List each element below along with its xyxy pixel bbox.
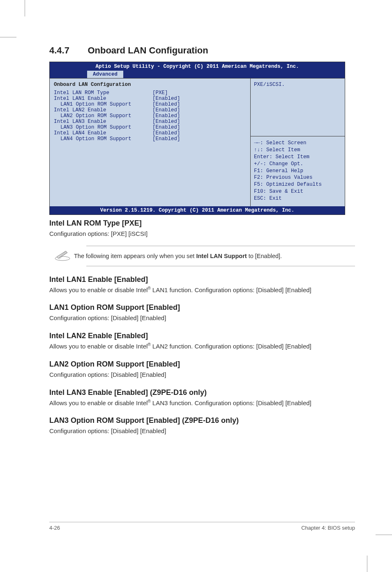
para-lan1-oprom: Configuration options: [Disabled] [Enabl… xyxy=(49,314,355,323)
bios-setting-row: LAN1 Option ROM Support[Enabled] xyxy=(54,101,246,107)
para-lan1-enable: Allows you to enable or disable Intel® L… xyxy=(49,286,355,295)
bios-key-legend: →←: Select Screen↑↓: Select ItemEnter: S… xyxy=(251,136,345,206)
bios-setting-value: [PXE] xyxy=(152,90,168,96)
section-title: Onboard LAN Configuration xyxy=(88,45,208,56)
heading-lan3-oprom: LAN3 Option ROM Support [Enabled] (Z9PE-… xyxy=(49,416,355,425)
bios-setting-row: LAN3 Option ROM Support[Enabled] xyxy=(54,125,246,130)
bios-setting-value: [Enabled] xyxy=(152,107,180,113)
para-lan2-enable: Allows you to enable or disable Intel® L… xyxy=(49,342,355,351)
bios-setting-row: Intel LAN1 Enable[Enabled] xyxy=(54,96,246,101)
para-lan-rom-type: Configuration options: [PXE] [iSCSI] xyxy=(49,229,355,238)
bios-left-pane: Onboard LAN Configuration Intel LAN ROM … xyxy=(50,78,250,206)
bios-setting-value: [Enabled] xyxy=(152,96,180,101)
note-text-b: to [Enabled]. xyxy=(247,253,282,259)
bios-key-line: →←: Select Screen xyxy=(254,140,341,147)
bios-setting-value: [Enabled] xyxy=(152,125,180,130)
note-text: The following item appears only when you… xyxy=(74,253,355,259)
bios-footer: Version 2.15.1219. Copyright (C) 2011 Am… xyxy=(50,206,345,214)
note-bold: Intel LAN Support xyxy=(196,253,247,259)
bios-setting-label: Intel LAN2 Enable xyxy=(54,107,152,113)
bios-key-line: F1: General Help xyxy=(254,168,341,175)
bios-setting-label: LAN3 Option ROM Support xyxy=(54,125,152,130)
bios-setting-label: LAN4 Option ROM Support xyxy=(54,136,152,142)
heading-lan-rom-type: Intel LAN ROM Type [PXE] xyxy=(49,219,355,228)
svg-line-2 xyxy=(58,251,66,258)
bios-setting-label: LAN2 Option ROM Support xyxy=(54,113,152,119)
bios-setting-label: Intel LAN4 Enable xyxy=(54,130,152,136)
crop-mark xyxy=(376,535,392,535)
bios-key-line: F5: Optimized Defaults xyxy=(254,181,341,188)
crop-mark xyxy=(25,0,25,16)
heading-lan2-enable: Intel LAN2 Enable [Enabled] xyxy=(49,332,355,340)
bios-key-line: ↑↓: Select Item xyxy=(254,147,341,154)
bios-key-line: ESC: Exit xyxy=(254,195,341,202)
page-number: 4-26 xyxy=(49,525,60,531)
bios-setting-row: LAN2 Option ROM Support[Enabled] xyxy=(54,113,246,119)
page-footer: 4-26 Chapter 4: BIOS setup xyxy=(49,522,355,531)
bios-setting-row: Intel LAN3 Enable[Enabled] xyxy=(54,119,246,125)
bios-setting-value: [Enabled] xyxy=(152,136,180,142)
bios-setting-row: Intel LAN ROM Type[PXE] xyxy=(54,90,246,96)
chapter-label: Chapter 4: BIOS setup xyxy=(301,525,355,531)
para-lan3-oprom: Configuration options: [Disabled] [Enabl… xyxy=(49,427,355,436)
heading-lan1-enable: Intel LAN1 Enable [Enabled] xyxy=(49,275,355,284)
section-number: 4.4.7 xyxy=(49,45,69,56)
pencil-icon xyxy=(49,249,74,263)
bios-titlebar: Aptio Setup Utility - Copyright (C) 2011… xyxy=(50,62,345,78)
para-lan3-enable: Allows you to enable or disable Intel® L… xyxy=(49,399,355,408)
section-header: 4.4.7 Onboard LAN Configuration xyxy=(49,45,355,56)
heading-lan1-oprom: LAN1 Option ROM Support [Enabled] xyxy=(49,303,355,312)
bios-setting-value: [Enabled] xyxy=(152,119,180,125)
bios-right-pane: PXE/iSCSI. →←: Select Screen↑↓: Select I… xyxy=(250,78,345,206)
bios-setting-row: Intel LAN2 Enable[Enabled] xyxy=(54,107,246,113)
bios-setting-value: [Enabled] xyxy=(152,113,180,119)
registered-mark: ® xyxy=(148,286,150,291)
registered-mark: ® xyxy=(148,399,150,404)
bios-setting-label: Intel LAN3 Enable xyxy=(54,119,152,125)
bios-setting-label: Intel LAN ROM Type xyxy=(54,90,152,96)
bios-screenshot: Aptio Setup Utility - Copyright (C) 2011… xyxy=(49,62,345,215)
bios-setting-row: LAN4 Option ROM Support[Enabled] xyxy=(54,136,246,142)
bios-tab-advanced: Advanced xyxy=(87,70,124,78)
bios-setting-label: Intel LAN1 Enable xyxy=(54,96,152,101)
bios-setting-value: [Enabled] xyxy=(152,130,180,136)
note-text-a: The following item appears only when you… xyxy=(74,253,196,259)
bios-key-line: +/-: Change Opt. xyxy=(254,161,341,168)
crop-mark xyxy=(0,37,16,37)
bios-setting-label: LAN1 Option ROM Support xyxy=(54,101,152,107)
note-block: The following item appears only when you… xyxy=(49,246,355,266)
crop-mark xyxy=(367,556,367,572)
bios-panel-heading: Onboard LAN Configuration xyxy=(54,82,246,90)
bios-help-text: PXE/iSCSI. xyxy=(251,78,345,136)
bios-key-line: F10: Save & Exit xyxy=(254,188,341,195)
registered-mark: ® xyxy=(148,342,150,347)
bios-title: Aptio Setup Utility - Copyright (C) 2011… xyxy=(50,63,345,70)
bios-setting-value: [Enabled] xyxy=(152,101,180,107)
bios-setting-row: Intel LAN4 Enable[Enabled] xyxy=(54,130,246,136)
bios-key-line: F2: Previous Values xyxy=(254,174,341,181)
para-lan2-oprom: Configuration options: [Disabled] [Enabl… xyxy=(49,370,355,379)
heading-lan2-oprom: LAN2 Option ROM Support [Enabled] xyxy=(49,360,355,369)
heading-lan3-enable: Intel LAN3 Enable [Enabled] (Z9PE-D16 on… xyxy=(49,388,355,397)
bios-key-line: Enter: Select Item xyxy=(254,154,341,161)
